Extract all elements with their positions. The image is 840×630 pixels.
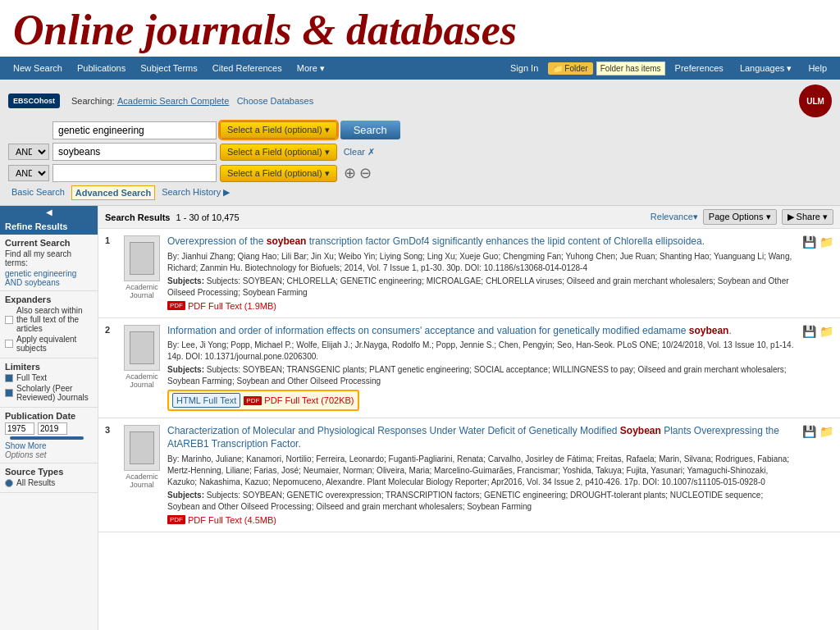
folder-tooltip: Folder has items	[596, 62, 665, 75]
result-content: Characterization of Molecular and Physio…	[167, 425, 797, 524]
pdf-link-1[interactable]: PDF PDF Full Text (1.9MB)	[167, 301, 276, 311]
result-thumbnail	[124, 325, 160, 371]
save-icon[interactable]: 💾	[802, 235, 816, 249]
search-row-2: AND ▾ Select a Field (optional) ▾ Clear …	[8, 143, 832, 161]
save-icon[interactable]: 💾	[802, 425, 816, 438]
pdf-link-2[interactable]: PDF PDF Full Text (702KB)	[244, 395, 354, 405]
relevance-sort-btn[interactable]: Relevance▾	[651, 212, 698, 222]
nav-cited-references[interactable]: Cited References	[206, 60, 289, 77]
current-search-label: Current Search	[5, 238, 93, 248]
pdf-link-3[interactable]: PDF PDF Full Text (4.5MB)	[167, 515, 276, 525]
page-options-btn[interactable]: Page Options ▾	[703, 209, 777, 225]
result-item-icons: 💾 📁	[802, 325, 833, 412]
result-subjects: Subjects: Subjects: SOYBEAN; GENETIC ove…	[167, 490, 797, 513]
nav-more[interactable]: More ▾	[290, 60, 331, 77]
result-title[interactable]: Information and order of information eff…	[167, 325, 797, 338]
html-link-2[interactable]: HTML Full Text	[172, 393, 240, 408]
database-link[interactable]: Academic Search Complete	[117, 96, 229, 106]
choose-databases-link[interactable]: Choose Databases	[237, 96, 314, 106]
source-types-section: Source Types All Results	[0, 463, 98, 493]
expander-2-checkbox[interactable]	[5, 340, 13, 348]
share-btn[interactable]: ▶ Share ▾	[782, 209, 833, 225]
clear-btn[interactable]: Clear ✗	[344, 147, 375, 158]
expander-2: Apply equivalent subjects	[5, 335, 93, 353]
remove-row-icon[interactable]: ⊖	[359, 164, 372, 182]
source-all-label: All Results	[16, 478, 55, 487]
limiter-peer-reviewed-label: Scholarly (Peer Reviewed) Journals	[16, 384, 93, 402]
nav-publications[interactable]: Publications	[71, 60, 132, 77]
find-all-label: Find all my search terms:	[5, 249, 93, 267]
result-authors: By: Jianhui Zhang; Qiang Hao; Lili Bar; …	[167, 251, 797, 274]
folder-add-icon[interactable]: 📁	[819, 425, 833, 438]
pub-date-to[interactable]	[38, 422, 67, 435]
field-select-btn-2[interactable]: Select a Field (optional) ▾	[220, 144, 337, 161]
result-title[interactable]: Characterization of Molecular and Physio…	[167, 425, 797, 450]
result-thumbnail	[124, 425, 160, 471]
result-thumbnail	[124, 235, 160, 281]
result-subjects: Subjects: Subjects: SOYBEAN; CHLORELLA; …	[167, 276, 797, 299]
nav-preferences[interactable]: Preferences	[669, 60, 730, 76]
field-select-btn-1[interactable]: Select a Field (optional) ▾	[220, 121, 337, 139]
pub-date-section: Publication Date Show More Options set	[0, 408, 98, 463]
search-term-display: genetic engineering AND soybeans	[5, 269, 93, 287]
boolean-operator-3[interactable]: AND ▾	[8, 165, 49, 181]
source-all-radio[interactable]	[5, 479, 13, 487]
result-number: 2	[105, 325, 116, 412]
search-input-2[interactable]	[52, 143, 217, 161]
limiters-section: Limiters Full Text Scholarly (Peer Revie…	[0, 358, 98, 408]
result-actions: PDF PDF Full Text (4.5MB)	[167, 515, 797, 525]
nav-folder[interactable]: 📁 Folder	[548, 62, 592, 75]
nav-languages[interactable]: Languages ▾	[733, 60, 799, 77]
folder-add-icon[interactable]: 📁	[819, 325, 833, 338]
nav-sign-in[interactable]: Sign In	[504, 60, 545, 76]
nav-new-search[interactable]: New Search	[7, 60, 69, 77]
expander-1: Also search within the full text of the …	[5, 306, 93, 333]
search-row-3: AND ▾ Select a Field (optional) ▾ ⊕ ⊖	[8, 164, 832, 182]
result-thumb: Academic Journal	[121, 325, 162, 412]
nav-subject-terms[interactable]: Subject Terms	[134, 60, 204, 77]
result-type: Academic Journal	[121, 472, 162, 489]
result-subjects: Subjects: Subjects: SOYBEAN; TRANSGENIC …	[167, 364, 797, 387]
result-content: Information and order of information eff…	[167, 325, 797, 412]
nav-left: New Search Publications Subject Terms Ci…	[7, 60, 331, 77]
save-icon[interactable]: 💾	[802, 325, 816, 338]
pub-date-from[interactable]	[5, 422, 34, 435]
nav-help[interactable]: Help	[801, 60, 833, 76]
expanders-section: Expanders Also search within the full te…	[0, 291, 98, 358]
add-row-icon[interactable]: ⊕	[344, 164, 356, 182]
source-types-label: Source Types	[5, 467, 93, 477]
advanced-search-link[interactable]: Advanced Search	[71, 185, 155, 200]
limiter-peer-reviewed: Scholarly (Peer Reviewed) Journals	[5, 384, 93, 402]
result-content: Overexpression of the soybean transcript…	[167, 235, 797, 311]
sidebar-collapse-btn[interactable]: ◀	[0, 206, 98, 218]
options-set-label: Options set	[5, 450, 93, 459]
search-button[interactable]: Search	[340, 121, 400, 139]
date-slider[interactable]	[10, 436, 84, 440]
nav-bar: New Search Publications Subject Terms Ci…	[0, 57, 840, 80]
field-select-btn-3[interactable]: Select a Field (optional) ▾	[220, 165, 337, 182]
result-item: 3 Academic Journal Characterization of M…	[98, 418, 840, 532]
html-pdf-group: HTML Full Text PDF PDF Full Text (702KB)	[167, 390, 359, 411]
source-all-results: All Results	[5, 478, 93, 487]
folder-icon: 📁	[553, 64, 563, 73]
search-top-bar: EBSCOhost Searching: Academic Search Com…	[8, 84, 832, 117]
result-number: 1	[105, 235, 116, 311]
boolean-operator-2[interactable]: AND ▾	[8, 144, 49, 160]
show-more-link[interactable]: Show More	[5, 441, 93, 450]
folder-add-icon[interactable]: 📁	[819, 235, 833, 249]
limiter-full-text-checkbox[interactable]	[5, 374, 13, 382]
search-history-link[interactable]: Search History ▶	[158, 185, 233, 200]
limiter-peer-reviewed-checkbox[interactable]	[5, 389, 13, 397]
limiter-full-text-label: Full Text	[16, 373, 47, 382]
basic-search-link[interactable]: Basic Search	[8, 185, 68, 200]
result-item: 1 Academic Journal Overexpression of the…	[98, 229, 840, 318]
search-input-1[interactable]	[52, 121, 217, 139]
result-title[interactable]: Overexpression of the soybean transcript…	[167, 235, 797, 249]
expander-1-checkbox[interactable]	[5, 316, 13, 324]
result-thumb: Academic Journal	[121, 425, 162, 524]
search-input-3[interactable]	[52, 164, 217, 182]
ulm-logo: ULM	[799, 84, 832, 117]
result-thumb: Academic Journal	[121, 235, 162, 311]
searching-label: Searching: Academic Search Complete Choo…	[71, 95, 313, 107]
expander-1-label: Also search within the full text of the …	[16, 306, 93, 333]
